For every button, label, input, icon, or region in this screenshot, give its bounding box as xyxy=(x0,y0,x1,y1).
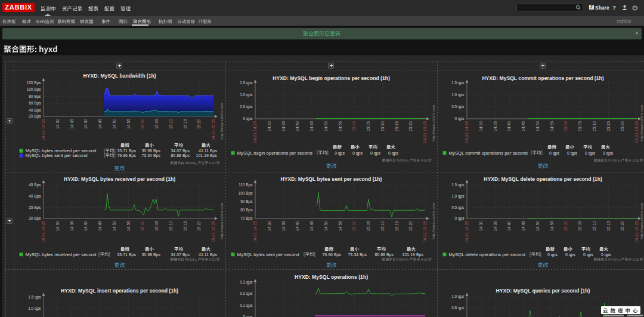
svg-text:MySQL bytes sent per second: MySQL bytes sent per second xyxy=(237,252,299,257)
svg-text:04-21 14:25: 04-21 14:25 xyxy=(465,121,469,143)
svg-text:0 qps: 0 qps xyxy=(565,253,576,257)
svg-text:0 qps: 0 qps xyxy=(549,151,560,156)
svg-text:HYXD: MySQL queries per second: HYXD: MySQL queries per second (1h) xyxy=(496,288,590,294)
svg-text:15:20: 15:20 xyxy=(197,221,201,231)
svg-text:0.1 qps: 0.1 qps xyxy=(240,303,253,308)
svg-text:34.07 Bps: 34.07 Bps xyxy=(171,253,190,257)
svg-text:1.5 qps: 1.5 qps xyxy=(240,81,253,85)
svg-text:14:45: 14:45 xyxy=(521,221,525,231)
svg-text:04-21 14:25: 04-21 14:25 xyxy=(465,221,469,243)
svg-text:http://www.zabbix.com: http://www.zabbix.com xyxy=(220,103,224,139)
svg-text:14:45: 14:45 xyxy=(309,221,314,231)
svg-text:1.0 qps: 1.0 qps xyxy=(451,93,465,97)
svg-text:14:50: 14:50 xyxy=(112,119,116,129)
svg-text:40 Bps: 40 Bps xyxy=(29,108,41,113)
svg-text:14:50: 14:50 xyxy=(324,221,328,231)
svg-text:14:55: 14:55 xyxy=(550,121,554,131)
svg-text:15:10: 15:10 xyxy=(592,221,596,231)
svg-text:14:45: 14:45 xyxy=(98,119,102,129)
svg-text:04-21 14:25: 04-21 14:25 xyxy=(41,221,45,243)
svg-text:14:35: 14:35 xyxy=(493,121,497,131)
svg-text:14:30: 14:30 xyxy=(55,221,60,231)
svg-text:HYXD: MySQL operations (1h): HYXD: MySQL operations (1h) xyxy=(295,274,368,280)
svg-text:100 Bps: 100 Bps xyxy=(239,191,253,196)
svg-text:80.88 Bps: 80.88 Bps xyxy=(171,153,190,158)
svg-text:14:40: 14:40 xyxy=(507,221,511,231)
svg-text:101.19 Bps: 101.19 Bps xyxy=(402,253,424,257)
svg-text:04-21 14:25: 04-21 14:25 xyxy=(253,221,257,243)
svg-text:40 Bps: 40 Bps xyxy=(29,194,41,199)
svg-text:HYXD: MySQL bytes received per: HYXD: MySQL bytes received per second (1… xyxy=(64,176,175,182)
svg-text:15:20: 15:20 xyxy=(620,221,624,231)
svg-text:15:00: 15:00 xyxy=(352,221,356,231)
svg-text:14:40: 14:40 xyxy=(83,119,88,129)
svg-text:14:55: 14:55 xyxy=(338,221,342,231)
svg-text:70 Bps: 70 Bps xyxy=(240,216,253,221)
svg-text:0 qps: 0 qps xyxy=(243,116,253,121)
svg-text:15:00: 15:00 xyxy=(140,119,144,129)
svg-text:14:40: 14:40 xyxy=(507,121,511,131)
svg-text:04-21 15:25: 04-21 15:25 xyxy=(211,119,215,141)
svg-text:15:05: 15:05 xyxy=(366,221,370,231)
svg-text:15:10: 15:10 xyxy=(380,221,385,231)
svg-text:14:30: 14:30 xyxy=(479,221,483,231)
svg-text:MySQL bytes sent per second: MySQL bytes sent per second xyxy=(26,153,88,158)
svg-text:14:55: 14:55 xyxy=(550,221,554,231)
svg-text:120 Bps: 120 Bps xyxy=(27,81,42,85)
svg-text:0.8 qps: 0.8 qps xyxy=(451,306,465,310)
svg-text:14:55: 14:55 xyxy=(126,221,131,231)
svg-text:14:35: 14:35 xyxy=(281,121,286,131)
svg-text:15:00: 15:00 xyxy=(564,221,568,231)
svg-text:15:20: 15:20 xyxy=(408,121,413,131)
svg-text:14:40: 14:40 xyxy=(295,221,299,231)
svg-text:15:20: 15:20 xyxy=(620,121,624,131)
svg-text:0 qps: 0 qps xyxy=(583,253,594,257)
svg-text:80.88 Bps: 80.88 Bps xyxy=(374,253,394,257)
svg-text:15:15: 15:15 xyxy=(395,121,399,131)
svg-text:04-21 14:25: 04-21 14:25 xyxy=(253,121,257,143)
svg-text:04-21 15:25: 04-21 15:25 xyxy=(634,221,639,243)
svg-text:0.5 qps: 0.5 qps xyxy=(240,104,253,109)
svg-text:MySQL bytes received per secon: MySQL bytes received per second xyxy=(26,252,97,257)
svg-text:15:05: 15:05 xyxy=(578,121,582,131)
svg-text:14:30: 14:30 xyxy=(267,221,271,231)
svg-text:90 Bps: 90 Bps xyxy=(240,199,253,204)
svg-text:0 qps: 0 qps xyxy=(388,151,399,156)
svg-text:HYXD: MySQL insert operations: HYXD: MySQL insert operations per second… xyxy=(61,288,178,294)
svg-text:15:20: 15:20 xyxy=(408,221,413,231)
svg-text:14:45: 14:45 xyxy=(309,121,314,131)
svg-text:15:10: 15:10 xyxy=(380,121,385,131)
svg-text:14:50: 14:50 xyxy=(535,121,540,131)
svg-text:101.19 Bps: 101.19 Bps xyxy=(196,153,218,158)
svg-text:60 Bps: 60 Bps xyxy=(29,101,41,106)
svg-text:15:20: 15:20 xyxy=(197,119,201,129)
svg-text:14:50: 14:50 xyxy=(112,221,116,231)
svg-text:14:30: 14:30 xyxy=(55,119,60,129)
svg-text:HYXD: MySQL begin operations p: HYXD: MySQL begin operations per second … xyxy=(273,75,390,81)
svg-text:100 Bps: 100 Bps xyxy=(27,87,42,92)
svg-text:73.34 Bps: 73.34 Bps xyxy=(141,153,160,158)
svg-text:110 Bps: 110 Bps xyxy=(239,183,253,187)
svg-text:15:15: 15:15 xyxy=(606,221,611,231)
svg-text:80 Bps: 80 Bps xyxy=(240,208,253,213)
svg-text:MySQL commit operations per se: MySQL commit operations per second xyxy=(449,150,528,156)
svg-text:41.11 Bps: 41.11 Bps xyxy=(199,253,218,257)
svg-text:14:30: 14:30 xyxy=(479,121,483,131)
svg-text:04-21 15:25: 04-21 15:25 xyxy=(423,221,427,243)
svg-text:HYXD: MySQL bytes sent per sec: HYXD: MySQL bytes sent per second (1h) xyxy=(281,176,382,182)
svg-text:1.5 qps: 1.5 qps xyxy=(451,183,465,187)
svg-text:HYXD: MySQL delete operations: HYXD: MySQL delete operations per second… xyxy=(484,176,602,182)
svg-text:MySQL begin operations per sec: MySQL begin operations per second xyxy=(237,150,312,156)
svg-text:http://www.zabbix.com: http://www.zabbix.com xyxy=(220,202,224,239)
svg-text:41.11 Bps: 41.11 Bps xyxy=(199,149,218,153)
svg-text:15:05: 15:05 xyxy=(578,221,582,231)
svg-text:HYXD: MySQL commit operations: HYXD: MySQL commit operations per second… xyxy=(482,75,603,81)
svg-text:15:00: 15:00 xyxy=(564,121,568,131)
svg-text:15:00: 15:00 xyxy=(140,221,144,231)
svg-text:14:35: 14:35 xyxy=(281,221,286,231)
svg-text:14:40: 14:40 xyxy=(83,221,88,231)
svg-text:0 qps: 0 qps xyxy=(603,151,614,156)
svg-text:1.5 qps: 1.5 qps xyxy=(451,81,465,85)
svg-text:79.96 Bps: 79.96 Bps xyxy=(117,153,136,158)
svg-text:14:55: 14:55 xyxy=(338,121,342,131)
